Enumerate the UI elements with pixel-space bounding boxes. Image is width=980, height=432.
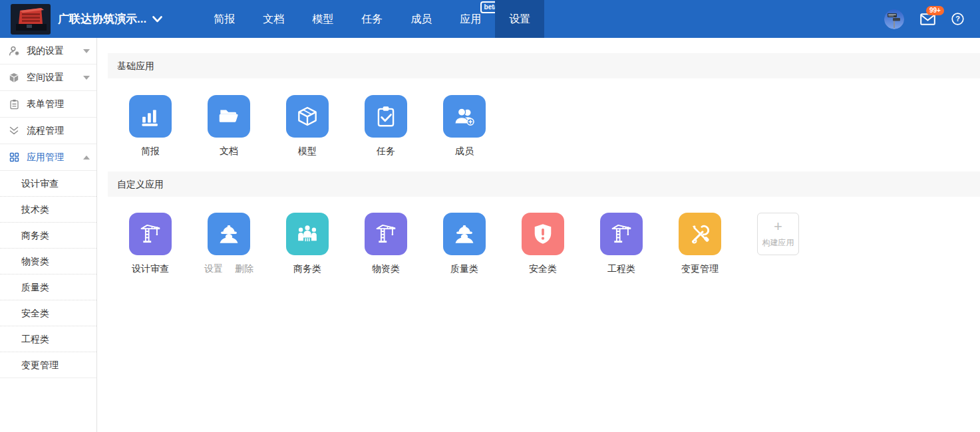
- folder-icon: [216, 104, 242, 129]
- app-tile-label: 变更管理: [679, 263, 721, 275]
- app-tile-materials: 物资类: [365, 213, 443, 275]
- app-tile-button[interactable]: [679, 213, 721, 255]
- sidebar-item-form-management[interactable]: 表单管理: [0, 91, 96, 118]
- build-app-cell: + 构建应用: [757, 213, 836, 275]
- app-tile-hovered: 设置 删除: [208, 213, 286, 275]
- app-tile-engineering: 工程类: [600, 213, 679, 275]
- form-icon: [8, 99, 20, 110]
- section-title-basic-apps: 基础应用: [108, 53, 980, 78]
- app-tile-design-review: 设计审查: [129, 213, 208, 275]
- app-tile-label: 质量类: [443, 263, 486, 275]
- meeting-icon: [295, 221, 320, 247]
- sidebar-subitem-technical[interactable]: 技术类: [0, 197, 96, 223]
- sidebar-item-process-management[interactable]: 流程管理: [0, 118, 96, 144]
- app-tile-safety: 安全类: [522, 213, 600, 275]
- plus-icon: +: [774, 219, 782, 234]
- nav-item-apps-label: 应用: [460, 13, 481, 25]
- app-tile-button[interactable]: [522, 213, 564, 255]
- app-tile-label: 安全类: [522, 263, 564, 275]
- grid-icon: [8, 152, 20, 162]
- sidebar-item-label: 空间设置: [27, 72, 64, 84]
- app-tile-quality: 质量类: [443, 213, 522, 275]
- app-tile-button[interactable]: [365, 213, 407, 255]
- settings-sidebar: 我的设置 空间设置 表单管理: [0, 38, 97, 432]
- user-gear-icon: [8, 45, 20, 56]
- sidebar-subitem-quality[interactable]: 质量类: [0, 274, 96, 300]
- nav-item-tasks[interactable]: 任务: [347, 0, 397, 38]
- shield-exclaim-icon: [530, 221, 556, 247]
- app-settings-link[interactable]: 设置: [204, 263, 223, 275]
- app-tile-label: 模型: [286, 146, 329, 158]
- caret-up-icon: [83, 156, 90, 160]
- build-app-button[interactable]: + 构建应用: [757, 213, 799, 255]
- app-tile-change-management: 变更管理: [679, 213, 757, 275]
- app-tile-button[interactable]: [129, 213, 172, 255]
- app-tile-label: 设计审查: [129, 263, 172, 275]
- app-tile-button[interactable]: [600, 213, 643, 255]
- sidebar-item-label: 表单管理: [27, 98, 64, 110]
- custom-apps-row: 设计审查 设置: [108, 213, 980, 275]
- mail-button[interactable]: 99+: [920, 13, 935, 25]
- sidebar-subitem-design-review[interactable]: 设计审查: [0, 171, 96, 197]
- bar-chart-icon: [138, 104, 163, 129]
- topbar-right: 99+ ?: [884, 9, 980, 29]
- avatar[interactable]: [884, 9, 904, 29]
- app-delete-link[interactable]: 删除: [235, 263, 253, 275]
- sidebar-item-my-settings[interactable]: 我的设置: [0, 38, 96, 64]
- sidebar-item-space-settings[interactable]: 空间设置: [0, 64, 96, 91]
- app-tile-button[interactable]: [129, 95, 172, 138]
- sidebar-subitem-safety[interactable]: 安全类: [0, 300, 96, 326]
- app-tile-label: 任务: [365, 146, 407, 158]
- basic-apps-row: 简报 文档: [108, 95, 980, 158]
- caret-down-icon: [83, 49, 90, 53]
- workspace-switcher[interactable]: 广联达协筑演示...: [58, 11, 162, 27]
- workspace-title: 广联达协筑演示...: [58, 11, 146, 27]
- app-tile-button[interactable]: [208, 213, 250, 255]
- cube-icon: [8, 72, 20, 83]
- app-tile-label: 商务类: [286, 263, 329, 275]
- sidebar-subitem-business[interactable]: 商务类: [0, 223, 96, 249]
- workspace-logo: [11, 4, 51, 35]
- nav-item-models[interactable]: 模型: [298, 0, 347, 38]
- app-tile-label: 文档: [208, 146, 250, 158]
- cube-3d-icon: [295, 104, 320, 129]
- users-plus-icon: [452, 104, 477, 129]
- crane-icon: [373, 221, 399, 247]
- nav-item-members[interactable]: 成员: [397, 0, 446, 38]
- app-tile-tasks: 任务: [365, 95, 443, 158]
- app-tile-button[interactable]: [365, 95, 407, 138]
- app-tile-briefing: 简报: [129, 95, 208, 158]
- nav-item-briefing[interactable]: 简报: [200, 0, 249, 38]
- helmet-icon: [452, 221, 477, 247]
- sidebar-subitem-engineering[interactable]: 工程类: [0, 326, 96, 352]
- app-tile-models: 模型: [286, 95, 365, 158]
- sidebar-subitem-change-management[interactable]: 变更管理: [0, 352, 96, 378]
- help-button[interactable]: ?: [951, 13, 964, 25]
- app-tile-button[interactable]: [286, 95, 329, 138]
- app-tile-business: 商务类: [286, 213, 365, 275]
- chevron-down-icon: [152, 16, 162, 23]
- nav-item-apps[interactable]: 应用 beta: [446, 0, 495, 38]
- app-tile-button[interactable]: [208, 95, 250, 138]
- app-tile-button[interactable]: [443, 213, 486, 255]
- app-tile-button[interactable]: [443, 95, 486, 138]
- helmet-icon: [216, 221, 242, 247]
- sidebar-subitem-materials[interactable]: 物资类: [0, 249, 96, 274]
- crane-icon: [138, 221, 163, 247]
- sidebar-item-label: 应用管理: [27, 152, 64, 163]
- sidebar-item-label: 我的设置: [27, 45, 64, 57]
- sidebar-item-app-management[interactable]: 应用管理: [0, 144, 96, 171]
- mail-unread-badge: 99+: [926, 6, 944, 15]
- nav-item-documents[interactable]: 文档: [249, 0, 298, 38]
- clipboard-check-icon: [373, 104, 399, 129]
- app-tile-label: 物资类: [365, 263, 407, 275]
- app-management-panel: 基础应用 简报: [97, 38, 980, 432]
- nav-item-settings[interactable]: 设置: [495, 0, 544, 38]
- tools-icon: [687, 221, 713, 247]
- app-tile-documents: 文档: [208, 95, 286, 158]
- caret-down-icon: [83, 76, 90, 80]
- app-tile-button[interactable]: [286, 213, 329, 255]
- build-app-label: 构建应用: [762, 237, 794, 249]
- app-tile-label: 工程类: [600, 263, 643, 275]
- app-tile-members: 成员: [443, 95, 522, 158]
